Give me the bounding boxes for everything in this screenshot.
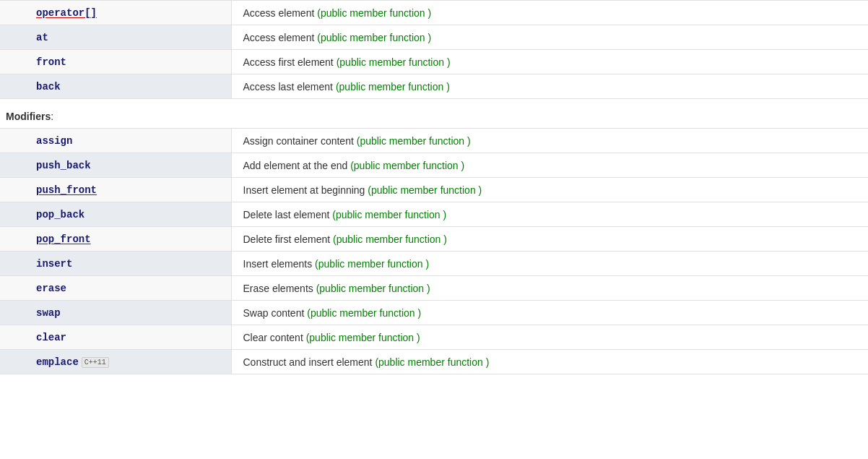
desc-plain: Access first element: [243, 56, 337, 68]
cell-desc: Insert elements (public member function …: [231, 252, 868, 276]
cell-desc: Construct and insert element (public mem…: [231, 350, 868, 374]
element-access-table: operator[]Access element (public member …: [0, 0, 868, 99]
desc-plain: Access element: [243, 7, 318, 19]
desc-plain: Delete last element: [243, 209, 333, 220]
cell-name: emplace C++11: [0, 350, 231, 374]
modifiers-colon: :: [51, 111, 53, 122]
func-link[interactable]: push_back: [36, 160, 91, 171]
cell-desc: Access first element (public member func…: [231, 50, 868, 74]
func-link[interactable]: insert: [36, 258, 72, 270]
table-row: push_frontInsert element at beginning (p…: [0, 178, 868, 202]
desc-plain: Swap content: [243, 307, 308, 319]
cell-desc: Clear content (public member function ): [231, 325, 868, 350]
func-link[interactable]: operator[]: [36, 7, 97, 19]
desc-plain: Clear content: [243, 332, 306, 343]
modifiers-table: assignAssign container content (public m…: [0, 128, 868, 374]
cell-name: operator[]: [0, 1, 231, 25]
func-link[interactable]: clear: [36, 332, 66, 343]
cell-name: pop_front: [0, 227, 231, 252]
desc-green: (public member function ): [316, 283, 430, 294]
cell-desc: Access element (public member function ): [231, 25, 868, 50]
cell-name: clear: [0, 325, 231, 350]
desc-green: (public member function ): [317, 32, 431, 43]
desc-plain: Insert element at beginning: [243, 184, 368, 196]
desc-green: (public member function ): [317, 7, 431, 19]
table-row: assignAssign container content (public m…: [0, 129, 868, 153]
desc-green: (public member function ): [337, 56, 451, 68]
func-link[interactable]: emplace: [36, 356, 79, 368]
func-link[interactable]: swap: [36, 307, 61, 319]
table-row: eraseErase elements (public member funct…: [0, 276, 868, 301]
desc-green: (public member function ): [332, 209, 446, 220]
desc-plain: Access element: [243, 32, 318, 43]
modifiers-section-header: Modifiers:: [0, 99, 868, 128]
page-container: operator[]Access element (public member …: [0, 0, 868, 459]
table-row: insertInsert elements (public member fun…: [0, 252, 868, 276]
desc-plain: Construct and insert element: [243, 356, 376, 368]
desc-green: (public member function ): [368, 184, 482, 196]
func-link[interactable]: erase: [36, 283, 66, 294]
desc-plain: Delete first element: [243, 233, 334, 245]
cell-name: front: [0, 50, 231, 74]
cell-desc: Swap content (public member function ): [231, 301, 868, 325]
table-row: swapSwap content (public member function…: [0, 301, 868, 325]
desc-green: (public member function ): [315, 258, 429, 270]
cell-desc: Add element at the end (public member fu…: [231, 153, 868, 178]
desc-plain: Insert elements: [243, 258, 316, 270]
cpp-badge: C++11: [82, 357, 109, 368]
func-link[interactable]: assign: [36, 135, 72, 147]
cell-name: assign: [0, 129, 231, 153]
table-row: push_backAdd element at the end (public …: [0, 153, 868, 178]
cell-name: back: [0, 74, 231, 99]
table-row: pop_backDelete last element (public memb…: [0, 202, 868, 227]
cell-desc: Insert element at beginning (public memb…: [231, 178, 868, 202]
table-row: emplace C++11Construct and insert elemen…: [0, 350, 868, 374]
func-link[interactable]: push_front: [36, 184, 97, 196]
table-row: operator[]Access element (public member …: [0, 1, 868, 25]
cell-desc: Delete first element (public member func…: [231, 227, 868, 252]
modifiers-header-label: Modifiers: [6, 111, 51, 122]
table-row: backAccess last element (public member f…: [0, 74, 868, 99]
func-link[interactable]: front: [36, 56, 66, 68]
cell-desc: Access element (public member function ): [231, 1, 868, 25]
table-row: clearClear content (public member functi…: [0, 325, 868, 350]
cell-name: at: [0, 25, 231, 50]
cell-desc: Erase elements (public member function ): [231, 276, 868, 301]
func-link[interactable]: pop_back: [36, 209, 84, 220]
desc-green: (public member function ): [333, 233, 447, 245]
cell-name: push_front: [0, 178, 231, 202]
desc-green: (public member function ): [307, 307, 421, 319]
cell-name: insert: [0, 252, 231, 276]
cell-name: pop_back: [0, 202, 231, 227]
desc-plain: Access last element: [243, 81, 336, 93]
func-link[interactable]: pop_front: [36, 233, 91, 245]
desc-green: (public member function ): [375, 356, 489, 368]
func-link[interactable]: at: [36, 32, 48, 43]
cell-desc: Access last element (public member funct…: [231, 74, 868, 99]
desc-plain: Add element at the end: [243, 160, 351, 171]
desc-green: (public member function ): [336, 81, 450, 93]
table-row: frontAccess first element (public member…: [0, 50, 868, 74]
cell-name: erase: [0, 276, 231, 301]
desc-green: (public member function ): [350, 160, 464, 171]
cell-desc: Assign container content (public member …: [231, 129, 868, 153]
table-row: pop_frontDelete first element (public me…: [0, 227, 868, 252]
cell-name: push_back: [0, 153, 231, 178]
desc-plain: Assign container content: [243, 135, 357, 147]
desc-plain: Erase elements: [243, 283, 316, 294]
table-row: atAccess element (public member function…: [0, 25, 868, 50]
desc-green: (public member function ): [357, 135, 471, 147]
cell-name: swap: [0, 301, 231, 325]
func-link[interactable]: back: [36, 81, 61, 93]
cell-desc: Delete last element (public member funct…: [231, 202, 868, 227]
desc-green: (public member function ): [306, 332, 420, 343]
